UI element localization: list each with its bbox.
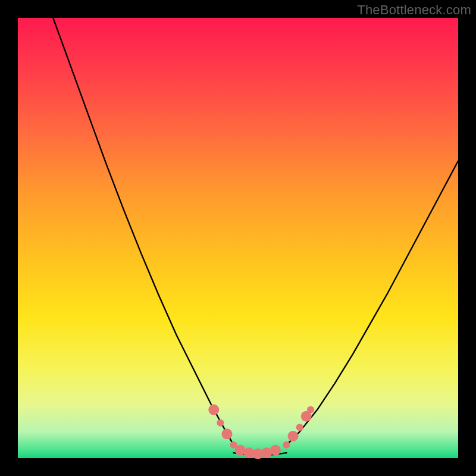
watermark-text: TheBottleneck.com [357, 2, 471, 18]
marker-point [296, 424, 303, 431]
marker-point [217, 419, 224, 427]
marker-point [288, 431, 299, 441]
chart-frame: TheBottleneck.com [0, 0, 476, 476]
marker-point [270, 445, 281, 456]
marker-point [208, 405, 219, 415]
series-curve-right [286, 161, 458, 445]
marker-point [222, 428, 233, 439]
marker-point [283, 441, 290, 449]
marker-point [307, 406, 314, 414]
plot-svg [18, 18, 458, 458]
plot-area [18, 18, 458, 458]
series-curve-left [53, 18, 233, 445]
